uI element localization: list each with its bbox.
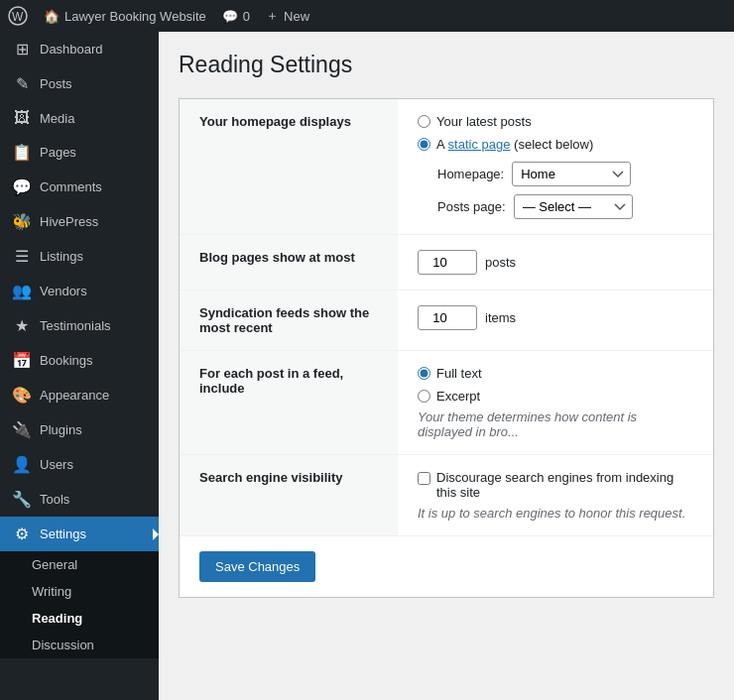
vendors-icon: 👥 (12, 282, 32, 300)
full-text-row: Full text (418, 366, 693, 381)
posts-page-select-label: Posts page: (437, 199, 506, 214)
settings-form: Your homepage displays Your latest posts (179, 98, 714, 598)
homepage-select-row: Homepage: Home (418, 162, 693, 186)
testimonials-icon: ★ (12, 316, 32, 335)
sidebar-item-media[interactable]: 🖼 Media (0, 101, 159, 135)
sidebar-item-hivepress[interactable]: 🐝 HivePress (0, 204, 159, 239)
search-engine-label: Search engine visibility (180, 455, 398, 536)
excerpt-label: Excerpt (436, 389, 480, 404)
homepage-row: Your homepage displays Your latest posts (180, 99, 713, 235)
save-button[interactable]: Save Changes (199, 551, 315, 582)
sidebar-item-listings[interactable]: ☰ Listings (0, 239, 159, 274)
sidebar-item-appearance[interactable]: 🎨 Appearance (0, 378, 159, 412)
search-engine-checkbox[interactable] (418, 472, 430, 485)
plugins-icon: 🔌 (12, 420, 32, 439)
sidebar-item-comments[interactable]: 💬 Comments (0, 170, 159, 204)
new-link[interactable]: ＋ New (266, 7, 309, 25)
top-bar: W 🏠 Lawyer Booking Website 💬 0 ＋ New (0, 0, 734, 32)
submenu-item-writing[interactable]: Writing (0, 578, 159, 605)
blog-pages-label: Blog pages show at most (180, 235, 398, 291)
users-icon: 👤 (12, 455, 32, 474)
syndication-row: Syndication feeds show the most recent i… (180, 291, 713, 351)
sidebar-item-plugins[interactable]: 🔌 Plugins (0, 412, 159, 447)
search-engine-description: It is up to search engines to honor this… (418, 506, 693, 521)
home-icon: 🏠 (44, 9, 60, 24)
blog-pages-row: Blog pages show at most posts (180, 235, 713, 291)
latest-posts-label: Your latest posts (436, 114, 532, 129)
media-icon: 🖼 (12, 109, 32, 127)
sidebar: ⊞ Dashboard ✎ Posts 🖼 Media 📋 Pages 💬 Co… (0, 32, 159, 700)
homepage-select-label: Homepage: (437, 167, 504, 181)
search-engine-options: Discourage search engines from indexing … (398, 455, 713, 536)
blog-pages-suffix: posts (485, 255, 516, 270)
posts-page-select[interactable]: — Select — (514, 194, 633, 219)
dashboard-icon: ⊞ (12, 40, 32, 58)
settings-arrow (153, 528, 159, 540)
static-page-link[interactable]: static page (448, 137, 511, 152)
static-page-row: A static page (select below) (418, 137, 693, 152)
site-name[interactable]: 🏠 Lawyer Booking Website (44, 9, 206, 24)
feed-content-radio-group: Full text Excerpt (418, 366, 693, 404)
settings-table: Your homepage displays Your latest posts (180, 99, 713, 536)
submenu-item-general[interactable]: General (0, 551, 159, 578)
sidebar-item-dashboard[interactable]: ⊞ Dashboard (0, 32, 159, 66)
static-page-label: A static page (select below) (436, 137, 593, 152)
sidebar-item-settings[interactable]: ⚙ Settings (0, 517, 159, 551)
listings-icon: ☰ (12, 247, 32, 266)
sidebar-item-users[interactable]: 👤 Users (0, 447, 159, 482)
settings-submenu: General Writing Reading Discussion (0, 551, 159, 658)
static-page-radio[interactable] (418, 138, 430, 151)
feed-content-row: For each post in a feed, include Full te… (180, 351, 713, 455)
syndication-label: Syndication feeds show the most recent (180, 291, 398, 351)
bookings-icon: 📅 (12, 351, 32, 370)
posts-page-select-row: Posts page: — Select — (418, 194, 693, 219)
homepage-label: Your homepage displays (180, 99, 398, 235)
plus-icon: ＋ (266, 7, 279, 25)
feed-content-options: Full text Excerpt Your theme determines … (398, 351, 713, 455)
sidebar-item-tools[interactable]: 🔧 Tools (0, 482, 159, 517)
submenu-item-reading[interactable]: Reading (0, 605, 159, 632)
full-text-label: Full text (436, 366, 482, 381)
blog-pages-value: posts (398, 235, 713, 291)
search-engine-checkbox-label: Discourage search engines from indexing … (436, 470, 693, 500)
appearance-icon: 🎨 (12, 386, 32, 405)
latest-posts-radio[interactable] (418, 115, 430, 128)
comment-icon: 💬 (222, 9, 238, 24)
latest-posts-row: Your latest posts (418, 114, 693, 129)
tools-icon: 🔧 (12, 490, 32, 509)
comments-link[interactable]: 💬 0 (222, 9, 250, 24)
homepage-radio-group: Your latest posts A static page (select … (418, 114, 693, 152)
homepage-select[interactable]: Home (512, 162, 631, 186)
svg-text:W: W (12, 10, 24, 24)
excerpt-row: Excerpt (418, 389, 693, 404)
search-engine-row: Search engine visibility Discourage sear… (180, 455, 713, 536)
pages-icon: 📋 (12, 143, 32, 162)
page-title: Reading Settings (179, 52, 714, 78)
blog-pages-number-row: posts (418, 250, 693, 275)
wp-logo-item[interactable]: W (8, 6, 28, 26)
hivepress-icon: 🐝 (12, 212, 32, 231)
sidebar-item-testimonials[interactable]: ★ Testimonials (0, 308, 159, 343)
full-text-radio[interactable] (418, 367, 430, 380)
save-row: Save Changes (180, 536, 713, 597)
main-content: Reading Settings Your homepage displays … (159, 32, 734, 700)
syndication-value: items (398, 291, 713, 351)
posts-icon: ✎ (12, 74, 32, 93)
excerpt-radio[interactable] (418, 390, 430, 403)
layout: ⊞ Dashboard ✎ Posts 🖼 Media 📋 Pages 💬 Co… (0, 32, 734, 700)
homepage-options: Your latest posts A static page (select … (398, 99, 713, 235)
blog-pages-input[interactable] (418, 250, 477, 275)
sidebar-item-pages[interactable]: 📋 Pages (0, 135, 159, 170)
syndication-number-row: items (418, 305, 693, 330)
sidebar-item-bookings[interactable]: 📅 Bookings (0, 343, 159, 378)
syndication-input[interactable] (418, 305, 477, 330)
submenu-item-discussion[interactable]: Discussion (0, 632, 159, 658)
settings-icon: ⚙ (12, 525, 32, 543)
search-engine-checkbox-row: Discourage search engines from indexing … (418, 470, 693, 500)
sidebar-item-posts[interactable]: ✎ Posts (0, 66, 159, 101)
sidebar-item-vendors[interactable]: 👥 Vendors (0, 274, 159, 308)
feed-content-label: For each post in a feed, include (180, 351, 398, 455)
comments-icon: 💬 (12, 177, 32, 196)
feed-content-description: Your theme determines how content is dis… (418, 409, 693, 439)
syndication-suffix: items (485, 310, 516, 325)
